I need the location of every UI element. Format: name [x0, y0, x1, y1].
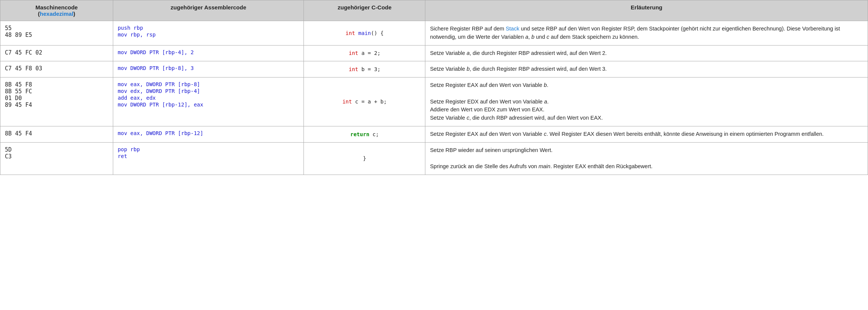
c-code-cell: int c = a + b;: [304, 78, 425, 126]
asm-code-cell: pop rbp ret: [113, 142, 304, 175]
machine-code-cell: 8B 45 F4: [0, 126, 113, 142]
asm-code-cell: mov eax, DWORD PTR [rbp-8] mov edx, DWOR…: [113, 78, 304, 126]
c-code-cell: int b = 3;: [304, 61, 425, 78]
explanation-cell: Setze Variable a, die durch Register RBP…: [425, 45, 868, 61]
machine-code-cell: C7 45 F8 03: [0, 61, 113, 78]
header-machine: Maschinencode(hexadezimal): [0, 0, 113, 21]
machine-code-cell: 5548 89 E5: [0, 21, 113, 46]
machine-code-cell: C7 45 FC 02: [0, 45, 113, 61]
table-row: C7 45 FC 02 mov DWORD PTR [rbp-4], 2 int…: [0, 45, 868, 61]
table-row: 5548 89 E5 push rbp mov rbp, rsp int mai…: [0, 21, 868, 46]
asm-code-cell: mov DWORD PTR [rbp-4], 2: [113, 45, 304, 61]
c-code-cell: int main() {: [304, 21, 425, 46]
asm-code-cell: push rbp mov rbp, rsp: [113, 21, 304, 46]
table-row: C7 45 F8 03 mov DWORD PTR [rbp-8], 3 int…: [0, 61, 868, 78]
asm-code-cell: mov DWORD PTR [rbp-8], 3: [113, 61, 304, 78]
explanation-cell: Setze RBP wieder auf seinen ursprünglich…: [425, 142, 868, 175]
table-row: 8B 45 F4 mov eax, DWORD PTR [rbp-12] ret…: [0, 126, 868, 142]
header-explanation: Erläuterung: [425, 0, 868, 21]
machine-code-cell: 5DC3: [0, 142, 113, 175]
c-code-cell: }: [304, 142, 425, 175]
machine-code-cell: 8B 45 F88B 55 FC01 D089 45 F4: [0, 78, 113, 126]
header-asm: zugehöriger Assemblercode: [113, 0, 304, 21]
explanation-cell: Setze Register EAX auf den Wert von Vari…: [425, 126, 868, 142]
table-row: 8B 45 F88B 55 FC01 D089 45 F4 mov eax, D…: [0, 78, 868, 126]
explanation-cell: Setze Register EAX auf den Wert von Vari…: [425, 78, 868, 126]
explanation-cell: Setze Variable b, die durch Register RBP…: [425, 61, 868, 78]
c-code-cell: int a = 2;: [304, 45, 425, 61]
asm-code-cell: mov eax, DWORD PTR [rbp-12]: [113, 126, 304, 142]
table-row: 5DC3 pop rbp ret } Setze RBP wieder auf …: [0, 142, 868, 175]
header-c: zugehöriger C-Code: [304, 0, 425, 21]
c-code-cell: return c;: [304, 126, 425, 142]
explanation-cell: Sichere Register RBP auf dem Stack und s…: [425, 21, 868, 46]
